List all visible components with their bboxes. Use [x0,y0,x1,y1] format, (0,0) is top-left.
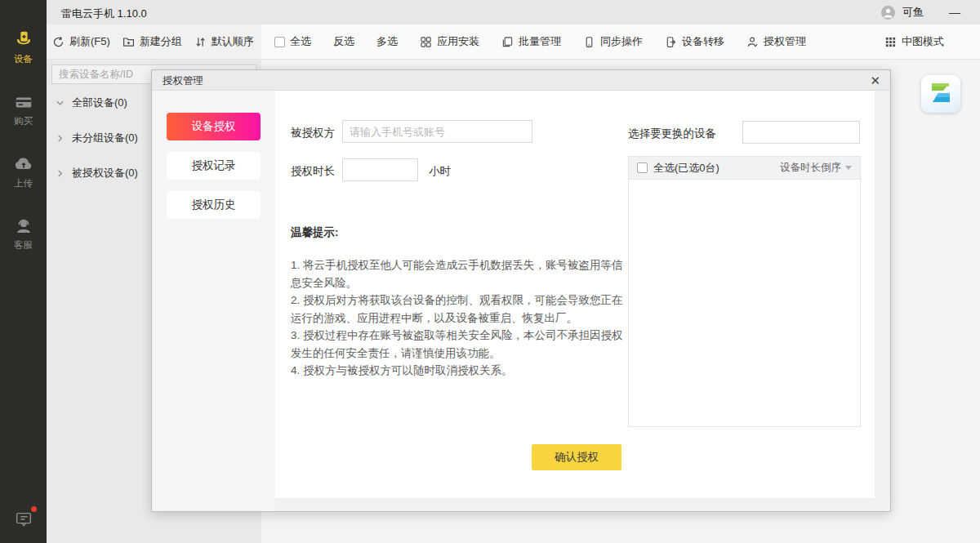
tip-4: 4. 授权方与被授权方可以随时取消授权关系。 [291,362,630,380]
select-all-checkbox[interactable] [274,37,285,47]
minimize-button[interactable]: — [949,0,960,24]
chevron-right-icon [56,169,65,178]
modal-body: 被授权方 授权时长 小时 温馨提示: 1. 将云手机授权至他人可能会造成云手机数… [275,91,890,511]
device-list-header: 全选(已选0台) 设备时长倒序 [629,157,860,180]
refresh-icon [52,36,65,48]
sort-label: 设备时长倒序 [780,161,841,175]
close-icon[interactable]: ✕ [870,70,880,91]
grid-view-icon [884,36,897,48]
new-group-button[interactable]: 新建分组 [122,34,182,49]
rail-item-devices[interactable]: 设备 [13,29,34,65]
app-grid-icon [420,36,432,48]
modal-vscrollbar-gutter[interactable] [875,91,890,498]
auth-modal: 授权管理 ✕ 设备授权 授权记录 授权历史 被授权方 授权时长 小时 温馨提示:… [151,69,891,512]
sort-dropdown[interactable]: 设备时长倒序 [780,161,852,175]
chevron-down-icon [56,99,65,108]
user-avatar[interactable] [881,6,895,20]
phone-icon [583,36,595,48]
tip-2: 2. 授权后对方将获取该台设备的控制、观看权限，可能会导致您正在运行的游戏、应用… [291,292,630,327]
device-transfer-label: 设备转移 [682,34,724,49]
rail-label-upload: 上传 [14,177,33,189]
app-title: 雷电云手机 1.10.0 [61,7,147,21]
grantee-input[interactable] [342,120,532,143]
tips-title: 温馨提示: [291,225,339,240]
duration-unit-label: 小时 [429,164,451,179]
list-select-all-label: 全选(已选0台) [653,161,719,176]
folder-plus-icon [122,36,135,48]
nav-rail: 设备 购买 上传 客服 [0,0,47,543]
chevron-right-icon [56,134,65,143]
headset-person-icon [13,216,34,237]
modal-header: 授权管理 ✕ [152,70,890,91]
tab-auth-history[interactable]: 授权历史 [167,191,261,219]
app-install-button[interactable]: 应用安装 [420,34,479,49]
title-bar: 雷电云手机 1.10.0 可鱼 — [0,0,980,24]
toolbar: 刷新(F5) 新建分组 默认顺序 全选 [47,24,980,60]
cloud-upload-icon [13,154,34,175]
rail-label-support: 客服 [14,239,33,251]
username[interactable]: 可鱼 [902,5,924,20]
caret-down-icon [845,166,852,170]
duration-input[interactable] [342,158,418,181]
layers-icon [501,36,514,48]
sort-icon [194,36,207,48]
modal-tab-column: 设备授权 授权记录 授权历史 [152,91,275,511]
multi-select-button[interactable]: 多选 [376,34,398,49]
batch-manage-button[interactable]: 批量管理 [501,34,561,49]
toolbar-right-section: 全选 反选 多选 应用安装 [261,24,980,60]
select-all-button[interactable]: 全选 [274,34,311,49]
tree-label-ungrouped: 未分组设备(0) [72,131,138,145]
rail-label-devices: 设备 [14,53,33,65]
app-install-label: 应用安装 [437,34,479,49]
tip-3: 3. 授权过程中存在账号被盗取等相关安全风险，本公司不承担因授权发生的任何安全责… [291,327,630,362]
invert-select-button[interactable]: 反选 [333,34,354,49]
invert-select-label: 反选 [333,34,354,49]
confirm-auth-button[interactable]: 确认授权 [532,444,621,470]
person-icon [746,36,759,48]
sync-ops-label: 同步操作 [600,34,643,49]
ldcloud-logo-icon [922,75,960,111]
new-group-label: 新建分组 [140,34,182,49]
toolbar-left-section: 刷新(F5) 新建分组 默认顺序 [47,24,261,60]
auth-manage-label: 授权管理 [764,34,806,49]
view-mode-button[interactable]: 中图模式 [884,34,944,49]
rail-item-upload[interactable]: 上传 [13,154,34,189]
auth-manage-button[interactable]: 授权管理 [746,34,806,49]
list-select-all-checkbox[interactable] [637,162,648,173]
tips-list: 1. 将云手机授权至他人可能会造成云手机数据丢失，账号被盗用等信息安全风险。 2… [291,256,630,380]
tab-device-auth[interactable]: 设备授权 [167,113,261,140]
rail-item-support[interactable]: 客服 [13,216,34,251]
rail-label-buy: 购买 [14,115,33,127]
device-transfer-button[interactable]: 设备转移 [665,34,724,49]
card-icon [13,91,34,113]
modal-hscrollbar-gutter[interactable] [275,498,890,511]
batch-manage-label: 批量管理 [519,34,561,49]
rail-item-buy[interactable]: 购买 [13,91,34,127]
device-list-empty-body [629,180,860,427]
tree-label-all-devices: 全部设备(0) [72,96,127,110]
view-mode-label: 中图模式 [902,34,944,49]
tree-label-authorized: 被授权设备(0) [72,166,138,180]
message-icon [14,510,33,529]
default-order-button[interactable]: 默认顺序 [194,34,254,49]
refresh-label: 刷新(F5) [69,34,110,49]
titlebar-right-cluster: 可鱼 — [881,0,960,24]
device-filter-input[interactable] [742,121,860,144]
device-listbox: 全选(已选0台) 设备时长倒序 [628,156,861,427]
refresh-button[interactable]: 刷新(F5) [52,34,110,49]
duration-label: 授权时长 [291,164,335,179]
device-icon [13,29,34,51]
select-all-label: 全选 [290,34,311,49]
tab-auth-records[interactable]: 授权记录 [167,152,261,180]
phone-transfer-icon [665,36,677,48]
default-order-label: 默认顺序 [212,34,254,49]
user-icon [881,6,895,20]
tip-1: 1. 将云手机授权至他人可能会造成云手机数据丢失，账号被盗用等信息安全风险。 [291,256,630,292]
app-window: 雷电云手机 1.10.0 可鱼 — 刷新(F5) [0,0,980,543]
messages-button[interactable] [0,510,47,532]
multi-select-label: 多选 [376,34,398,49]
sync-ops-button[interactable]: 同步操作 [583,34,643,49]
notification-badge [31,506,37,512]
floating-app-logo[interactable] [921,75,960,113]
grantee-label: 被授权方 [291,126,335,140]
